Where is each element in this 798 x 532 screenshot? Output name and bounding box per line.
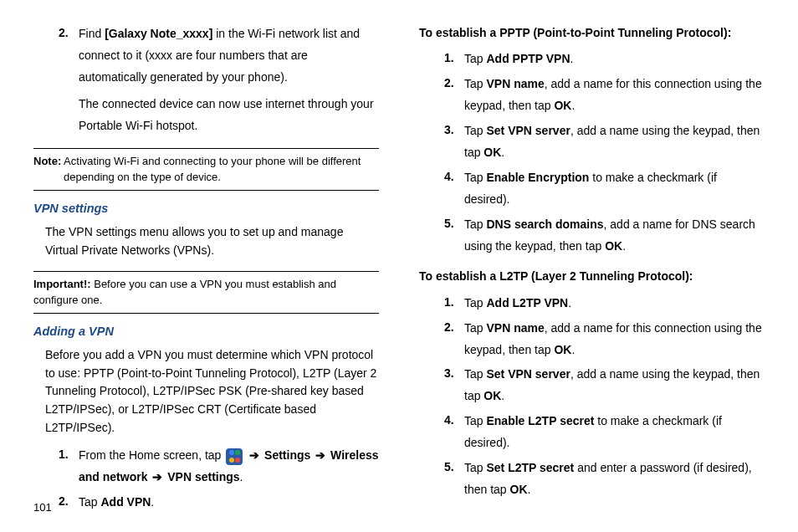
list-item: 4. Tap Enable Encryption to make a check…	[419, 167, 765, 211]
list-item: 5. Tap DNS search domains, add a name fo…	[419, 214, 765, 258]
bold-text: VPN name	[486, 321, 544, 335]
bold-text: OK	[554, 99, 571, 112]
list-text: Find [Galaxy Note_xxxx] in the Wi-Fi net…	[79, 23, 379, 89]
text: .	[528, 483, 531, 496]
text: Tap	[464, 414, 486, 427]
list-text: Tap Enable L2TP secret to make a checkma…	[464, 411, 765, 454]
text: Tap	[464, 124, 486, 137]
list-text: Tap Add PPTP VPN.	[464, 49, 765, 70]
text: Tap	[464, 77, 486, 90]
bold-text: Set L2TP secret	[486, 461, 574, 474]
text: .	[568, 296, 571, 309]
list-number: 4.	[444, 167, 464, 211]
body-text: Before you add a VPN you must determine …	[33, 346, 379, 437]
right-column: To establish a PPTP (Point-to-Point Tunn…	[419, 23, 765, 515]
list-item: 2. Tap VPN name, add a name for this con…	[419, 74, 765, 117]
list-item: 4. Tap Enable L2TP secret to make a chec…	[419, 411, 765, 454]
arrow-icon: ➔	[151, 470, 164, 483]
list-continue: The connected device can now use interne…	[33, 94, 379, 137]
text: Tap	[79, 495, 100, 509]
procedure-heading: To establish a L2TP (Layer 2 Tunneling P…	[419, 267, 765, 285]
subheading-vpn-settings: VPN settings	[33, 199, 379, 218]
text: Tap	[464, 296, 486, 309]
list-text: Tap Set L2TP secret and enter a password…	[464, 458, 765, 501]
bold-text: Enable Encryption	[486, 171, 589, 184]
important-block: Important!: Before you can use a VPN you…	[33, 271, 379, 313]
list-number: 4.	[444, 411, 464, 454]
list-item: 3. Tap Set VPN server, add a name using …	[419, 364, 765, 407]
text: Find	[79, 27, 105, 40]
list-text: Tap VPN name, add a name for this connec…	[464, 318, 765, 361]
arrow-icon: ➔	[314, 448, 327, 462]
list-number: 1.	[444, 293, 464, 315]
note-block: Note: Activating Wi-Fi and connecting to…	[33, 148, 379, 190]
list-item: 2. Find [Galaxy Note_xxxx] in the Wi-Fi …	[33, 23, 379, 89]
bold-text: VPN settings	[167, 470, 239, 483]
list-text: Tap Set VPN server, add a name using the…	[464, 364, 765, 407]
text: Tap	[464, 171, 486, 184]
arrow-icon: ➔	[248, 448, 261, 462]
bold-text: VPN name	[486, 77, 544, 90]
text: Tap	[464, 461, 486, 474]
bold-text: [Galaxy Note_xxxx]	[105, 27, 212, 40]
bold-text: OK	[483, 389, 501, 402]
bold-text: OK	[605, 239, 622, 253]
bold-text: Enable L2TP secret	[486, 414, 594, 427]
important-label: Important!:	[33, 278, 91, 290]
procedure-heading: To establish a PPTP (Point-to-Point Tunn…	[419, 23, 765, 42]
list-item: 2. Tap VPN name, add a name for this con…	[419, 318, 765, 361]
bold-text: DNS search domains	[486, 217, 603, 231]
bold-text: Set VPN server	[486, 124, 570, 137]
text: Activating Wi-Fi and connecting to your …	[61, 155, 361, 182]
bold-text: OK	[510, 483, 528, 496]
list-item: 1. Tap Add L2TP VPN.	[419, 293, 765, 315]
note-label: Note:	[33, 155, 61, 167]
subheading-adding-vpn: Adding a VPN	[33, 322, 379, 341]
text: From the Home screen, tap	[79, 448, 224, 462]
list-number: 5.	[444, 214, 464, 258]
list-number: 1.	[444, 49, 464, 70]
list-number: 2.	[59, 23, 79, 89]
list-number: 3.	[444, 364, 464, 407]
list-number: 5.	[444, 458, 464, 501]
text: .	[570, 52, 574, 65]
list-text: From the Home screen, tap ➔ Settings ➔ W…	[79, 445, 379, 489]
text: Tap	[464, 217, 486, 231]
bold-text: Add PPTP VPN	[486, 52, 570, 65]
bold-text: Set VPN server	[486, 367, 570, 381]
text: Tap	[464, 321, 486, 335]
text: .	[622, 239, 626, 253]
apps-grid-icon	[226, 448, 243, 465]
list-text: Tap Add L2TP VPN.	[464, 293, 765, 315]
bold-text: OK	[554, 343, 571, 356]
list-text: Tap Set VPN server, add a name using the…	[464, 120, 765, 164]
list-number: 2.	[444, 318, 464, 361]
list-number: 1.	[59, 445, 79, 489]
bold-text: Add VPN	[100, 495, 151, 509]
text: .	[501, 146, 504, 159]
important-text: Important!: Before you can use a VPN you…	[33, 277, 379, 307]
list-text: Tap VPN name, add a name for this connec…	[464, 74, 765, 117]
bold-text: Add L2TP VPN	[486, 296, 568, 309]
list-text: Tap DNS search domains, add a name for D…	[464, 214, 765, 258]
text: .	[501, 389, 504, 402]
bold-text: OK	[483, 146, 501, 159]
list-item: 5. Tap Set L2TP secret and enter a passw…	[419, 458, 765, 501]
list-number: 3.	[444, 120, 464, 164]
list-item: 1. From the Home screen, tap ➔ Settings …	[33, 445, 379, 489]
page-number: 101	[33, 499, 52, 517]
text: .	[571, 99, 575, 112]
note-text: Note: Activating Wi-Fi and connecting to…	[33, 154, 379, 184]
list-item: 1. Tap Add PPTP VPN.	[419, 49, 765, 70]
text: .	[571, 343, 575, 356]
text: Tap	[464, 367, 486, 381]
bold-text: Settings	[264, 448, 310, 462]
list-text: Tap Add VPN.	[79, 492, 379, 514]
text: Tap	[464, 52, 486, 65]
list-number: 2.	[444, 74, 464, 117]
list-item: 2. Tap Add VPN.	[33, 492, 379, 514]
body-text: The VPN settings menu allows you to set …	[33, 223, 379, 259]
list-text: Tap Enable Encryption to make a checkmar…	[464, 167, 765, 211]
left-column: 2. Find [Galaxy Note_xxxx] in the Wi-Fi …	[33, 23, 379, 515]
list-item: 3. Tap Set VPN server, add a name using …	[419, 120, 765, 164]
